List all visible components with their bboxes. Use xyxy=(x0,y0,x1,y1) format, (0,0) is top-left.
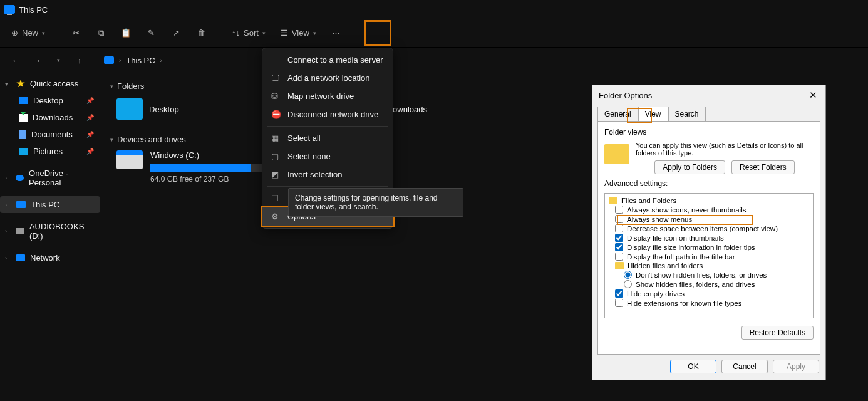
checkbox[interactable] xyxy=(615,206,623,214)
new-button[interactable]: ⊕ New ▾ xyxy=(6,23,50,43)
sidebar-item-this-pc[interactable]: › This PC xyxy=(0,196,100,213)
options-icon: ⚙ xyxy=(271,212,281,221)
ctx-disconnect-network-drive[interactable]: ⛔ Disconnect network drive xyxy=(262,105,393,123)
recent-button[interactable]: ▾ xyxy=(49,51,68,70)
option-file-size-tips[interactable]: Display file size information in folder … xyxy=(607,242,810,252)
delete-button[interactable]: 🗑 xyxy=(191,23,211,43)
ctx-select-all[interactable]: ▦ Select all xyxy=(262,129,393,147)
checkbox[interactable] xyxy=(615,234,623,242)
sidebar-item-onedrive[interactable]: › OneDrive - Personal xyxy=(0,165,100,191)
address-bar[interactable]: › This PC › xyxy=(98,56,168,65)
option-always-icons[interactable]: Always show icons, never thumbnails xyxy=(607,205,810,214)
chevron-down-icon: ▾ xyxy=(313,30,316,36)
restore-defaults-button[interactable]: Restore Defaults xyxy=(741,326,814,340)
option-hide-extensions[interactable]: Hide extensions for known file types xyxy=(607,298,810,308)
checkbox[interactable] xyxy=(615,289,623,298)
option-label: Always show icons, never thumbnails xyxy=(627,206,746,214)
sidebar-item-network[interactable]: › Network xyxy=(0,249,100,266)
sidebar-item-audiobooks[interactable]: › AUDIOBOOKS (D:) xyxy=(0,218,100,244)
reset-folders-button[interactable]: Reset Folders xyxy=(731,160,795,174)
checkbox[interactable] xyxy=(615,215,623,223)
close-button[interactable]: ✕ xyxy=(807,89,819,102)
paste-button[interactable]: 📋 xyxy=(116,23,136,43)
option-label: Display file size information in folder … xyxy=(627,244,755,251)
group-label: Hidden files and folders xyxy=(628,262,703,269)
sidebar-item-pictures[interactable]: Pictures 📌 xyxy=(0,143,100,160)
ctx-label: Select none xyxy=(287,152,331,161)
tab-view[interactable]: View xyxy=(638,107,668,122)
option-dont-show-hidden[interactable]: Don't show hidden files, folders, or dri… xyxy=(607,270,810,279)
option-hide-empty-drives[interactable]: Hide empty drives xyxy=(607,289,810,298)
option-show-hidden[interactable]: Show hidden files, folders, and drives xyxy=(607,279,810,289)
tab-search[interactable]: Search xyxy=(668,107,706,122)
chevron-down-icon: ▾ xyxy=(262,30,266,36)
sidebar-item-documents[interactable]: Documents 📌 xyxy=(0,126,100,143)
pin-icon: 📌 xyxy=(86,114,94,121)
apply-to-folders-button[interactable]: Apply to Folders xyxy=(654,160,725,174)
pin-icon: 📌 xyxy=(86,97,94,104)
drive-icon: ⛁ xyxy=(271,91,281,101)
view-icon: ☰ xyxy=(281,28,288,38)
rename-button[interactable]: ✎ xyxy=(141,23,161,43)
apply-button[interactable]: Apply xyxy=(773,360,819,373)
advanced-group-files-folders: Files and Folders xyxy=(607,196,810,205)
star-icon xyxy=(16,80,25,88)
forward-button[interactable]: → xyxy=(28,51,46,70)
ctx-add-network-location[interactable]: 🖵 Add a network location xyxy=(262,69,393,87)
option-full-path-titlebar[interactable]: Display the full path in the title bar xyxy=(607,252,810,261)
folder-desktop[interactable]: Desktop xyxy=(116,98,179,120)
option-always-menus[interactable]: Always show menus xyxy=(607,214,810,224)
radio[interactable] xyxy=(624,271,632,279)
sidebar-item-downloads[interactable]: Downloads 📌 xyxy=(0,109,100,126)
checkbox[interactable] xyxy=(615,299,623,307)
monitor-icon: 🖵 xyxy=(271,73,281,83)
copy-button[interactable]: ⧉ xyxy=(91,23,111,43)
disconnect-icon: ⛔ xyxy=(271,110,281,119)
ctx-map-network-drive[interactable]: ⛁ Map network drive xyxy=(262,87,393,105)
up-button[interactable]: ↑ xyxy=(70,51,89,70)
titlebar: This PC xyxy=(0,0,868,19)
ctx-select-none[interactable]: ▢ Select none xyxy=(262,147,393,165)
desktop-icon xyxy=(19,97,28,104)
breadcrumb-location[interactable]: This PC xyxy=(126,56,155,65)
paste-icon: 📋 xyxy=(121,28,131,38)
divider xyxy=(219,26,219,41)
sidebar: ▾ Quick access Desktop 📌 Downloads 📌 Doc… xyxy=(0,73,100,401)
sidebar-item-desktop[interactable]: Desktop 📌 xyxy=(0,92,100,109)
delete-icon: 🗑 xyxy=(197,28,205,38)
checkbox[interactable] xyxy=(615,243,623,251)
share-button[interactable]: ↗ xyxy=(166,23,186,43)
chevron-down-icon: ▾ xyxy=(110,83,113,90)
view-button[interactable]: ☰ View ▾ xyxy=(276,23,321,43)
checkbox[interactable] xyxy=(615,253,623,261)
radio[interactable] xyxy=(624,280,632,288)
ok-button[interactable]: OK xyxy=(670,360,716,373)
sort-button[interactable]: ↑↓ Sort ▾ xyxy=(227,23,271,43)
chevron-right-icon: › xyxy=(5,175,11,181)
pin-icon: 📌 xyxy=(86,148,94,155)
advanced-settings-list[interactable]: Files and Folders Always show icons, nev… xyxy=(604,193,814,318)
ctx-connect-media-server[interactable]: Connect to a media server xyxy=(262,51,393,69)
chevron-down-icon: ▾ xyxy=(110,137,113,143)
advanced-group-hidden-files: Hidden files and folders xyxy=(607,261,810,270)
cancel-button[interactable]: Cancel xyxy=(721,360,768,373)
dialog-tabs: General View Search xyxy=(592,105,825,121)
pc-icon xyxy=(16,201,26,208)
option-label: Hide empty drives xyxy=(627,290,685,298)
cut-button[interactable]: ✂ xyxy=(66,23,86,43)
sidebar-item-quick-access[interactable]: ▾ Quick access xyxy=(0,75,100,92)
tooltip-text: Change settings for opening items, file … xyxy=(295,194,437,211)
more-button[interactable]: ⋯ xyxy=(326,23,346,43)
copy-icon: ⧉ xyxy=(98,28,104,38)
folder-icon xyxy=(615,262,624,269)
tab-general[interactable]: General xyxy=(597,107,638,122)
option-compact-view[interactable]: Decrease space between items (compact vi… xyxy=(607,224,810,233)
network-icon xyxy=(16,254,25,261)
back-button[interactable]: ← xyxy=(6,51,25,70)
option-label: Display file icon on thumbnails xyxy=(627,234,724,242)
option-label: Hide extensions for known file types xyxy=(627,299,741,307)
checkbox[interactable] xyxy=(615,224,623,232)
ctx-invert-selection[interactable]: ◩ Invert selection xyxy=(262,165,393,184)
option-label: Don't show hidden files, folders, or dri… xyxy=(636,271,767,279)
option-file-icon-thumbnails[interactable]: Display file icon on thumbnails xyxy=(607,233,810,242)
